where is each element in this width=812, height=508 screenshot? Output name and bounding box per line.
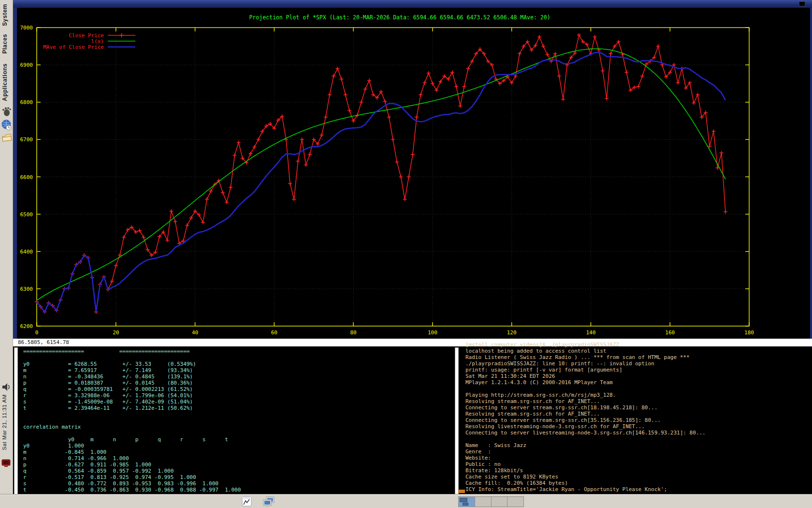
menu-places[interactable]: Places bbox=[1, 34, 8, 54]
x-tick-label: 40 bbox=[192, 329, 198, 336]
workspace-3[interactable] bbox=[492, 497, 508, 507]
workspace-1[interactable] bbox=[459, 497, 475, 507]
menu-system[interactable]: System bbox=[1, 4, 8, 26]
y-tick-label: 6500 bbox=[20, 211, 33, 218]
window-left-border bbox=[13, 8, 17, 339]
window-menu-button[interactable] bbox=[799, 1, 805, 6]
web-browser-icon[interactable] bbox=[1, 120, 12, 133]
screen-status-icon[interactable] bbox=[1, 459, 11, 470]
plot-title: Projection Plot of *SPX (Last: 20-MAR-20… bbox=[249, 14, 550, 21]
x-tick-label: 20 bbox=[113, 329, 119, 336]
plot-titlebar[interactable] bbox=[13, 0, 812, 8]
y-tick-label: 6800 bbox=[20, 99, 33, 105]
x-tick-label: 60 bbox=[271, 329, 277, 336]
taskbar-plot-app-button[interactable] bbox=[241, 496, 253, 508]
x-tick-label: 0 bbox=[35, 329, 39, 336]
mouse-coordinates: 86.5805, 6154.78 bbox=[18, 339, 69, 345]
mini-window bbox=[463, 503, 468, 506]
volume-icon[interactable] bbox=[1, 382, 11, 394]
y-tick-label: 6900 bbox=[20, 62, 33, 68]
plot-background bbox=[13, 8, 812, 339]
workspace-4[interactable] bbox=[508, 497, 523, 507]
left-terminal[interactable]: =================== ====================… bbox=[23, 348, 241, 493]
y-tick-label: 7000 bbox=[20, 25, 33, 31]
folder-icon[interactable] bbox=[1, 133, 12, 144]
plot-window: 0204060801001201401601806200630064006500… bbox=[13, 0, 812, 346]
y-tick-label: 6700 bbox=[20, 136, 33, 143]
y-tick-label: 6200 bbox=[20, 323, 33, 329]
right-terminal[interactable]: [mstoll computer videos]$ ./playrpradioS… bbox=[465, 342, 706, 493]
x-tick-label: 100 bbox=[428, 329, 437, 336]
workspace-2[interactable] bbox=[475, 497, 492, 507]
window-right-border bbox=[810, 8, 812, 339]
y-tick-label: 6600 bbox=[20, 174, 33, 180]
y-tick-label: 6300 bbox=[20, 286, 33, 292]
workspace-pager bbox=[458, 496, 524, 507]
taskbar bbox=[0, 494, 812, 508]
side-panel: System Places Applications Sat Mar 21, 1… bbox=[0, 0, 13, 508]
x-tick-label: 80 bbox=[350, 329, 356, 336]
x-tick-label: 180 bbox=[744, 329, 754, 336]
y-tick-label: 6400 bbox=[20, 249, 33, 255]
legend-label: MAve of Close Price bbox=[43, 44, 104, 50]
projection-plot: 0204060801001201401601806200630064006500… bbox=[13, 8, 812, 339]
terminals-area: =================== ====================… bbox=[13, 346, 812, 494]
x-tick-label: 140 bbox=[586, 329, 596, 336]
mini-window bbox=[460, 498, 467, 502]
menu-applications[interactable]: Applications bbox=[1, 63, 8, 101]
plot-canvas[interactable]: 0204060801001201401601806200630064006500… bbox=[13, 8, 812, 339]
gnome-foot-icon[interactable] bbox=[1, 106, 11, 119]
right-terminal-scrollbar[interactable] bbox=[455, 347, 459, 494]
left-terminal-scrollbar[interactable] bbox=[14, 347, 18, 494]
x-tick-label: 120 bbox=[507, 329, 517, 336]
stream-activity-indicator bbox=[458, 490, 465, 493]
x-tick-label: 160 bbox=[665, 329, 675, 336]
taskbar-terminal-app-button[interactable] bbox=[262, 496, 275, 508]
clock-applet[interactable]: Sat Mar 21, 11:31 AM bbox=[1, 394, 7, 450]
